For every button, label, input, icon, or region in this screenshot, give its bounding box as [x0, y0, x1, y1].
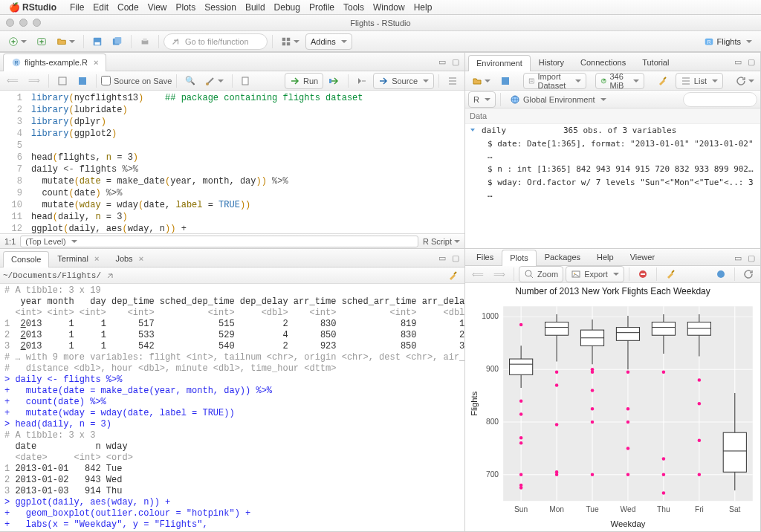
tab-plot-plots[interactable]: Plots — [502, 250, 536, 266]
tab-plot-packages[interactable]: Packages — [537, 249, 589, 265]
tab-con-console[interactable]: Console — [3, 251, 49, 267]
working-directory[interactable]: ~/Documents/Flights/ — [3, 271, 101, 280]
maximize-pane-icon[interactable]: ▢ — [745, 252, 757, 264]
menu-profile[interactable]: Profile — [305, 2, 339, 13]
save-all-button[interactable] — [109, 33, 126, 50]
tab-env-connections[interactable]: Connections — [572, 54, 634, 71]
env-search-input[interactable] — [683, 92, 757, 107]
menu-window[interactable]: Window — [369, 2, 409, 13]
svg-point-76 — [591, 368, 595, 372]
menu-debug[interactable]: Debug — [270, 2, 305, 13]
find-button[interactable]: 🔍 — [181, 73, 199, 89]
language-selector[interactable]: R — [468, 91, 496, 108]
save-workspace-button[interactable] — [496, 73, 514, 89]
addins-button[interactable]: Addins — [305, 33, 352, 50]
menu-session[interactable]: Session — [200, 2, 241, 13]
refresh-button[interactable] — [732, 73, 758, 89]
compile-report-button[interactable] — [237, 73, 255, 89]
svg-point-93 — [662, 371, 666, 374]
menu-help[interactable]: Help — [409, 2, 437, 13]
tab-env-environment[interactable]: Environment — [468, 55, 531, 71]
svg-point-100 — [698, 402, 702, 406]
env-row[interactable]: $ n : int [1:365] 842 943 914 915 720 83… — [465, 163, 760, 176]
wd-browse-icon[interactable] — [103, 267, 117, 284]
tab-plot-viewer[interactable]: Viewer — [622, 249, 663, 265]
traffic-light-zoom[interactable] — [33, 19, 41, 27]
source-on-save-checkbox[interactable]: Source on Save — [101, 76, 172, 85]
env-row[interactable]: $ wday: Ord.factor w/ 7 levels "Sun"<"Mo… — [465, 176, 760, 201]
new-file-button[interactable] — [4, 33, 30, 50]
app-name[interactable]: RStudio — [18, 2, 61, 13]
zoom-button[interactable]: Zoom — [519, 266, 563, 282]
clear-workspace-button[interactable] — [653, 73, 671, 89]
plots-tabs: FilesPlotsPackagesHelpViewer ▭ ▢ — [465, 249, 760, 266]
minimize-pane-icon[interactable]: ▭ — [732, 56, 744, 68]
run-button[interactable]: Run — [285, 73, 323, 89]
source-button[interactable]: Source — [373, 73, 434, 89]
open-file-button[interactable] — [53, 33, 79, 50]
maximize-pane-icon[interactable]: ▢ — [450, 252, 462, 264]
console-output[interactable]: # A tibble: 3 x 19 year month day dep_ti… — [0, 284, 464, 531]
print-button[interactable] — [136, 33, 154, 50]
svg-rect-19 — [242, 77, 248, 85]
memory-pie-icon — [600, 76, 606, 86]
forward-button[interactable]: ⟹ — [25, 73, 44, 89]
prev-plot-button[interactable]: ⟸ — [468, 266, 488, 282]
apple-menu-icon[interactable]: 🍎 — [4, 2, 15, 13]
filetype-selector[interactable]: R Script — [423, 237, 460, 246]
tab-plot-help[interactable]: Help — [589, 249, 622, 265]
maximize-pane-icon[interactable]: ▢ — [450, 56, 462, 68]
tab-env-tutorial[interactable]: Tutorial — [634, 54, 677, 71]
scope-selector[interactable]: (Top Level) — [20, 236, 418, 247]
import-dataset-button[interactable]: Import Dataset — [523, 73, 586, 89]
env-row[interactable]: $ date: Date[1:365], format: "2013-01-01… — [465, 137, 760, 163]
svg-text:Fri: Fri — [695, 505, 704, 513]
memory-usage-button[interactable]: 346 MiB — [595, 73, 644, 89]
clear-plots-button[interactable] — [661, 266, 679, 282]
refresh-plot-button[interactable] — [739, 266, 757, 282]
goto-file-input[interactable]: Go to file/function — [163, 33, 268, 50]
back-button[interactable]: ⟸ — [3, 73, 22, 89]
menu-build[interactable]: Build — [241, 2, 270, 13]
tab-plot-files[interactable]: Files — [468, 249, 502, 265]
project-menu[interactable]: R Flights — [699, 33, 757, 50]
menu-tools[interactable]: Tools — [339, 2, 369, 13]
menu-edit[interactable]: Edit — [88, 2, 113, 13]
load-workspace-button[interactable] — [468, 73, 494, 89]
publish-plot-button[interactable] — [712, 266, 730, 282]
go-to-section-button[interactable] — [353, 73, 371, 89]
next-plot-button[interactable]: ⟹ — [490, 266, 509, 282]
env-data[interactable]: Data daily365 obs. of 3 variables$ date:… — [465, 108, 760, 248]
traffic-light-close[interactable] — [6, 19, 14, 27]
code-tools-button[interactable] — [201, 73, 227, 89]
minimize-pane-icon[interactable]: ▭ — [436, 252, 448, 264]
tab-source-file[interactable]: R flights-example.R × — [3, 53, 106, 71]
minimize-pane-icon[interactable]: ▭ — [436, 56, 448, 68]
show-in-new-window-button[interactable] — [54, 73, 71, 89]
new-project-button[interactable] — [33, 33, 51, 50]
tab-con-jobs[interactable]: Jobs× — [107, 250, 152, 267]
rerun-button[interactable] — [326, 73, 343, 89]
menu-plots[interactable]: Plots — [172, 2, 201, 13]
export-button[interactable]: Export — [566, 266, 624, 282]
view-mode-button[interactable]: List — [676, 73, 723, 89]
save-button[interactable] — [88, 33, 106, 50]
env-row[interactable]: daily365 obs. of 3 variables — [465, 124, 760, 137]
menu-code[interactable]: Code — [113, 2, 143, 13]
tab-env-history[interactable]: History — [531, 54, 572, 71]
env-scope-selector[interactable]: Global Environment — [505, 91, 611, 108]
close-tab-icon[interactable]: × — [91, 58, 98, 67]
maximize-pane-icon[interactable]: ▢ — [745, 56, 757, 68]
macos-menubar[interactable]: 🍎 RStudio FileEditCodeViewPlotsSessionBu… — [0, 0, 761, 15]
save-source-button[interactable] — [74, 73, 91, 89]
menu-file[interactable]: File — [65, 2, 88, 13]
menu-view[interactable]: View — [143, 2, 172, 13]
workspace-panes-button[interactable] — [277, 33, 303, 50]
traffic-light-minimize[interactable] — [19, 19, 27, 27]
code-editor[interactable]: 12345678910111213141516 library(nycfligh… — [0, 91, 464, 233]
tab-con-terminal[interactable]: Terminal× — [49, 250, 107, 267]
clear-console-button[interactable] — [444, 267, 462, 284]
outline-button[interactable] — [444, 73, 462, 89]
minimize-pane-icon[interactable]: ▭ — [732, 252, 744, 264]
remove-plot-button[interactable] — [634, 266, 652, 282]
